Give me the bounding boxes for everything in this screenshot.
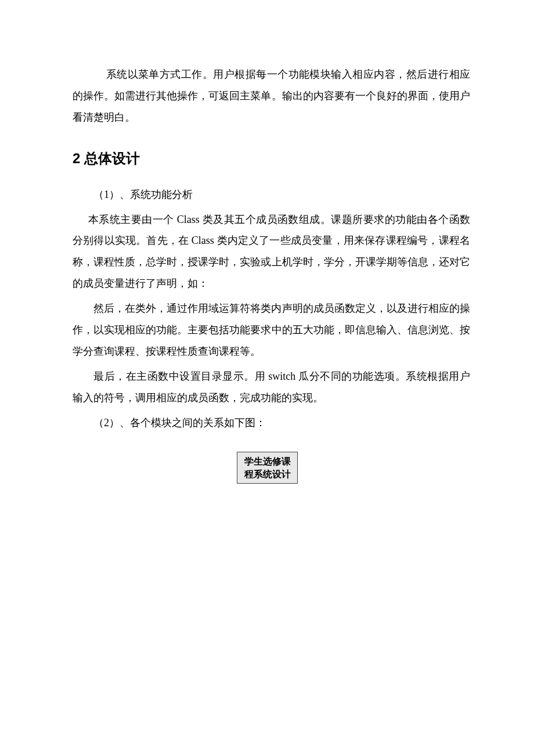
- subsection-1-para-1: 本系统主要由一个 Class 类及其五个成员函数组成。课题所要求的功能由各个函数…: [73, 209, 470, 295]
- section-2-heading: 2 总体设计: [73, 149, 470, 168]
- document-page: 系统以菜单方式工作。用户根据每一个功能模块输入相应内容，然后进行相应的操作。如需…: [0, 0, 534, 484]
- node-label: 学生选修课 程系统设计: [244, 455, 291, 480]
- subsection-1-title: （1）、系统功能分析: [73, 184, 470, 206]
- intro-paragraph: 系统以菜单方式工作。用户根据每一个功能模块输入相应内容，然后进行相应的操作。如需…: [73, 64, 470, 128]
- diagram-node-root: 学生选修课 程系统设计: [237, 452, 298, 484]
- subsection-2-title: （2）、各个模块之间的关系如下图：: [73, 412, 470, 434]
- subsection-1-para-3: 最后，在主函数中设置目录显示。用 switch 瓜分不同的功能选项。系统根据用户…: [73, 366, 470, 409]
- subsection-1-para-2: 然后，在类外，通过作用域运算符将类内声明的成员函数定义，以及进行相应的操作，以实…: [73, 298, 470, 362]
